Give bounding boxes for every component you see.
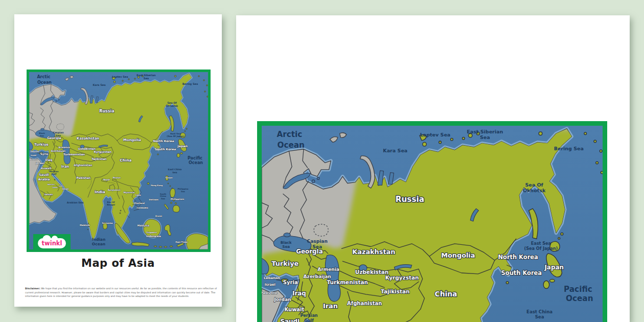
- map-frame-zoomed: [257, 121, 607, 322]
- map-frame-full: [27, 70, 211, 252]
- disclaimer-text: Disclaimer: We hope that you find the in…: [25, 287, 218, 298]
- twinkl-logo-text: twinkl: [38, 238, 66, 248]
- page-title: Map of Asia: [14, 258, 222, 269]
- asia-map-full: [29, 72, 208, 249]
- resource-page-full: twinkl Map of Asia Disclaimer: We hope t…: [14, 14, 222, 307]
- twinkl-logo-cloud: twinkl: [38, 238, 66, 248]
- resource-preview: { "background_color": "#d8e6d4", "left_p…: [0, 0, 644, 322]
- disclaimer-body: We hope that you find the information on…: [25, 287, 217, 297]
- disclaimer-label: Disclaimer:: [25, 287, 40, 290]
- twinkl-logo: twinkl: [33, 234, 71, 252]
- resource-page-zoomed: [236, 15, 630, 322]
- asia-map-zoomed: [262, 126, 603, 322]
